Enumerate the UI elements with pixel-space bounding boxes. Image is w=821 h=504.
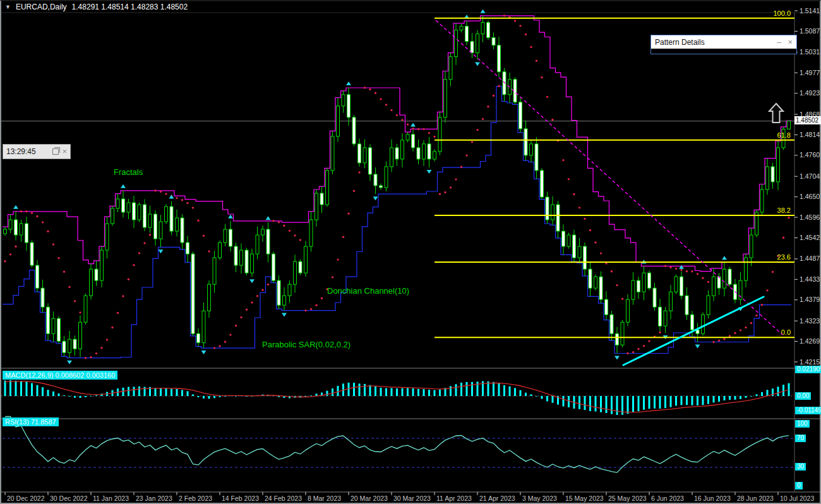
fib-label-0.0: 0.0 [781,328,791,336]
pattern-details-window[interactable]: Pattern Details – × [650,35,797,54]
macd-histogram-bar [493,382,494,396]
date-tick-label: 30 Dec 2022 [50,495,88,502]
date-tick-label: 10 Jul 2023 [780,495,814,502]
price-tick-label: 1.49775 [800,69,820,76]
symbol-title: EURCAD,Daily [16,3,67,11]
arrow-up-marker[interactable] [769,104,783,123]
ohlc-readout: 1.48291 1.48514 1.48283 1.48502 [72,3,188,11]
macd-histogram-bar [616,396,618,415]
macd-histogram-bar [563,396,565,406]
macd-histogram-bar [396,388,398,396]
candle-body [524,129,527,155]
candle-body [616,333,619,345]
date-tick-label: 30 Mar 2023 [393,495,431,502]
psar-dot [648,340,650,342]
macd-histogram-bar [595,396,597,411]
macd-histogram-bar [9,380,11,396]
fractals-label: Fractals [114,167,143,177]
timer-window[interactable]: 13:29:45 × [3,144,71,159]
fractal-up-icon [266,216,271,220]
macd-histogram-bar [702,396,704,405]
psar-dot [332,276,333,278]
candle-body [728,269,731,284]
candle-body [605,299,608,315]
psar-dot [353,190,355,192]
psar-dot [546,96,548,98]
psar-dot [428,132,430,134]
candle-body [653,288,656,307]
rsi-label: RSI(13) 71.8587 [3,417,59,426]
macd-histogram-bar [606,396,608,413]
drawn-objects[interactable] [436,20,783,365]
candle-body [594,277,597,288]
rsi-line [5,417,789,473]
psar-dot [272,220,274,222]
fractal-down-icon [282,313,287,317]
psar-dot [90,356,92,358]
uptrend-line[interactable] [623,297,764,365]
psar-dot [310,308,312,310]
macd-histogram-bar [552,396,554,403]
macd-histogram-bar [138,387,140,396]
psar-dot [128,279,129,280]
psar-dot [299,239,301,241]
macd-histogram-bar [611,396,613,414]
candle-body [664,311,667,326]
restore-icon[interactable] [52,148,59,155]
downtrend-line[interactable] [436,20,782,335]
macd-histogram-bar [578,396,580,409]
macd-histogram-bar [208,396,210,399]
candle-body [84,296,87,322]
candle-body [267,229,270,254]
candle-body [63,341,66,352]
macd-histogram-bar [692,396,693,405]
candle-body [470,42,474,53]
candle-body [460,27,463,30]
macd-histogram-bar [428,390,430,396]
candle-body [659,307,662,326]
date-tick-label: 20 Mar 2023 [351,495,388,502]
psar-dot [181,199,183,201]
date-tick-label: 24 Feb 2023 [265,495,302,502]
candle-body [406,135,409,140]
date-tick-label: 11 Apr 2023 [436,495,472,502]
macd-histogram-bar [85,396,87,397]
psar-dot [347,212,349,214]
macd-histogram-bar [219,396,221,397]
psar-dot [740,329,741,331]
psar-dot [79,311,81,313]
donchian-lower-line [3,87,791,358]
macd-histogram-bar [369,385,371,396]
macd-histogram-bar [4,380,6,396]
symbol-dropdown-icon[interactable]: ▼ [5,4,11,10]
candle-body [498,45,501,72]
macd-histogram-bar [718,396,720,402]
candle-body [358,144,361,163]
candle-body [541,171,544,197]
date-tick-label: 14 Feb 2023 [222,495,259,502]
close-icon[interactable]: × [788,39,793,46]
candle-body [492,38,495,45]
price-tick-label: 1.45965 [800,213,820,221]
candle-body [369,148,372,174]
macd-histogram-bar [530,394,532,396]
candle-body [20,224,23,235]
macd-histogram-bar [627,396,629,414]
close-icon[interactable]: × [62,148,67,155]
macd-histogram-bar [412,388,414,396]
donchian-label: Donchian Channel(10) [327,286,409,296]
macd-histogram-bar [171,389,172,396]
candle-body [326,171,329,205]
minimize-icon[interactable]: – [777,39,781,46]
psar-dot [568,178,570,180]
pattern-details-titlebar[interactable]: Pattern Details – × [651,35,796,49]
date-tick-label: 23 Jan 2023 [136,495,172,502]
psar-dot [600,252,602,254]
psar-dot [551,119,553,121]
candle-body [299,261,302,273]
candle-body [213,258,216,284]
fractal-up-icon [410,123,416,126]
price-axis: 1.514101.508701.503151.497751.492351.486… [794,7,820,366]
candle-body [148,214,152,227]
macd-histogram-bar [654,396,656,409]
